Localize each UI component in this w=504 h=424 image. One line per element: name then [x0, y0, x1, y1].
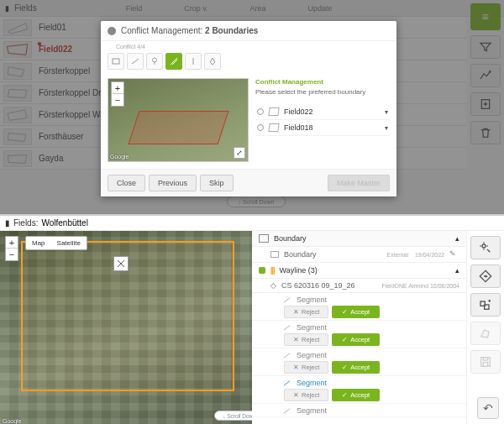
- item-label: CS 620316 09_19_26: [281, 281, 355, 290]
- reject-button[interactable]: ✕ Reject: [284, 361, 328, 374]
- google-logo: Google: [3, 418, 22, 424]
- wayline-section[interactable]: ||| Wayline (3) ▴: [252, 263, 466, 279]
- svg-marker-4: [8, 109, 27, 120]
- status-dot-icon: [259, 267, 265, 274]
- svg-rect-15: [483, 363, 487, 367]
- segment-item: Segment ✕ Reject ✓ Accept: [252, 376, 466, 404]
- locate-button[interactable]: [470, 236, 501, 259]
- make-master-button[interactable]: Make Master: [328, 175, 390, 191]
- option-label: Field022: [284, 107, 313, 116]
- modal-map[interactable]: + − ⤢ Google: [108, 78, 249, 162]
- boundary-option[interactable]: Field022 ▾: [255, 104, 390, 120]
- accept-button[interactable]: ✓ Accept: [332, 361, 380, 374]
- field-map[interactable]: + − Map Satellite Google ↓ Scroll Down: [0, 231, 252, 424]
- tool-pin[interactable]: [146, 53, 163, 70]
- svg-rect-14: [483, 358, 487, 360]
- tool-marker[interactable]: [204, 53, 221, 70]
- map-marker-tool[interactable]: [113, 256, 129, 271]
- accept-button[interactable]: ✓ Accept: [332, 306, 380, 318]
- tool-path[interactable]: [127, 53, 144, 70]
- delete-button[interactable]: [470, 121, 501, 144]
- tool-line[interactable]: [185, 53, 202, 70]
- field-shape-icon: [3, 107, 32, 123]
- tool-crop[interactable]: [165, 53, 182, 70]
- segment-item: Segment ✕ Reject ✓ Accept: [252, 293, 466, 321]
- google-logo: Google: [110, 154, 129, 160]
- col-field: Field: [126, 4, 143, 13]
- reject-button[interactable]: ✕ Reject: [284, 389, 328, 401]
- accept-button[interactable]: ✓ Accept: [332, 333, 380, 346]
- item-meta: FieldONE Airmind 10/06/2004: [381, 283, 459, 289]
- chevron-down-icon: ▾: [385, 108, 388, 116]
- reject-button[interactable]: ✕ Reject: [284, 333, 328, 346]
- svg-marker-0: [8, 23, 27, 34]
- chevron-up-icon: ▴: [455, 234, 459, 243]
- boundary-option[interactable]: Field018 ▾: [255, 120, 390, 136]
- svg-point-9: [153, 58, 157, 62]
- segment-label: Segment: [297, 406, 327, 415]
- field-shape-icon: [3, 19, 32, 36]
- top-app-area: ▮ Fields Field Crop v. Area Update Field…: [0, 0, 504, 214]
- section-label: Wayline (3): [280, 266, 318, 275]
- skip-button[interactable]: Skip: [200, 175, 234, 191]
- accept-button[interactable]: ✓ Accept: [332, 389, 380, 401]
- segment-label: Segment: [297, 296, 327, 304]
- import-button[interactable]: [470, 92, 501, 116]
- undo-button[interactable]: ↶: [477, 397, 499, 419]
- satellite-mode-button[interactable]: Satellite: [51, 237, 87, 249]
- modal-header: Conflict Management: 2 Boundaries: [101, 21, 396, 41]
- zoom-out-button[interactable]: −: [112, 94, 123, 106]
- scroll-down-hint[interactable]: ↓ Scroll Down: [227, 196, 286, 207]
- zoom-in-button[interactable]: +: [6, 237, 18, 249]
- option-label: Field018: [284, 123, 313, 132]
- svg-marker-2: [8, 66, 24, 76]
- svg-point-10: [482, 244, 486, 248]
- cs-item[interactable]: ◇ CS 620316 09_19_26 FieldONE Airmind 10…: [252, 279, 466, 293]
- right-toolbar-bottom: [466, 231, 504, 424]
- modal-zoom: + −: [111, 81, 124, 107]
- zoom-out-button[interactable]: −: [6, 249, 18, 260]
- right-toolbar: ≡: [466, 0, 504, 214]
- tag-icon: ◇: [270, 281, 276, 290]
- previous-button[interactable]: Previous: [149, 175, 197, 191]
- segment-item: Segment ✕ Reject ✓ Accept: [252, 348, 466, 376]
- chevron-down-icon: ▾: [385, 124, 388, 132]
- directions-button[interactable]: [470, 264, 501, 288]
- svg-marker-5: [8, 133, 26, 141]
- conflict-modal: Conflict Management: 2 Boundaries Confli…: [101, 21, 396, 196]
- crumb-prefix: Fields:: [13, 218, 38, 228]
- filter-button[interactable]: [470, 35, 501, 59]
- save-button[interactable]: [470, 350, 501, 374]
- boundary-item[interactable]: Boundary External 19/04/2022 ✎: [252, 247, 466, 263]
- shape-button[interactable]: [470, 322, 501, 345]
- field-shape-icon: [3, 150, 32, 167]
- fullscreen-button[interactable]: ⤢: [234, 147, 245, 159]
- edit-icon[interactable]: ✎: [449, 249, 459, 259]
- menu-button[interactable]: ≡: [470, 3, 501, 30]
- tool-polygon[interactable]: [108, 53, 124, 70]
- field-shape-icon: [3, 128, 32, 145]
- wayline-icon: |||: [270, 266, 275, 275]
- modal-footer: Close Previous Skip Make Master: [101, 169, 396, 196]
- polygon-icon: [270, 251, 279, 258]
- close-button[interactable]: Close: [108, 175, 145, 191]
- header-title: Fields: [14, 3, 37, 13]
- add-field-button[interactable]: [470, 64, 501, 87]
- polygon-icon: [259, 234, 269, 243]
- reject-button[interactable]: ✕ Reject: [284, 306, 328, 318]
- scroll-down-hint[interactable]: ↓ Scroll Down: [214, 411, 252, 421]
- zoom-in-button[interactable]: +: [112, 82, 123, 94]
- modal-right-title: Conflict Management: [255, 78, 390, 86]
- item-label: Boundary: [284, 250, 317, 259]
- field-shape-icon: [3, 63, 32, 80]
- modal-title-count: 2 Boundaries: [205, 26, 258, 35]
- add-layer-button[interactable]: [470, 293, 501, 317]
- crumb-value: Wolfenbüttel: [41, 218, 87, 228]
- col-area: Area: [250, 4, 266, 13]
- map-mode-button[interactable]: Map: [26, 237, 51, 249]
- modal-right-sub: Please select the preferred boundary: [255, 88, 390, 96]
- boundary-section[interactable]: Boundary ▴: [252, 231, 466, 247]
- column-headers: Field Crop v. Area Update: [126, 4, 333, 13]
- modal-right-panel: Conflict Management Please select the pr…: [255, 78, 390, 162]
- col-crop: Crop v.: [184, 4, 207, 13]
